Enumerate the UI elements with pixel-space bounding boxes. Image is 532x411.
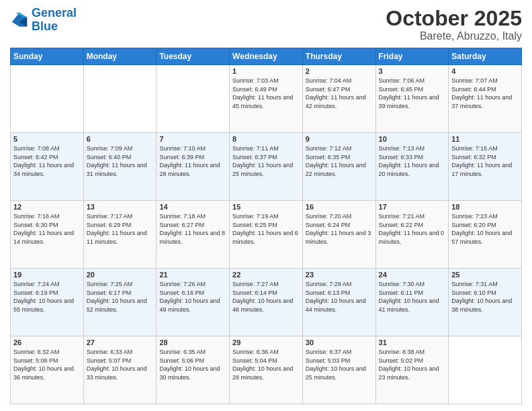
day-number: 26 [13, 338, 81, 347]
calendar-week-row: 12Sunrise: 7:16 AM Sunset: 6:30 PM Dayli… [11, 201, 522, 269]
day-number: 4 [451, 67, 519, 75]
day-info: Sunrise: 7:12 AM Sunset: 6:35 PM Dayligh… [306, 144, 373, 178]
day-info: Sunrise: 7:10 AM Sunset: 6:39 PM Dayligh… [159, 144, 226, 178]
table-row: 18Sunrise: 7:23 AM Sunset: 6:20 PM Dayli… [449, 201, 522, 269]
table-row: 9Sunrise: 7:12 AM Sunset: 6:35 PM Daylig… [302, 133, 375, 201]
day-info: Sunrise: 7:04 AM Sunset: 6:47 PM Dayligh… [306, 77, 373, 110]
day-info: Sunrise: 6:36 AM Sunset: 5:04 PM Dayligh… [232, 348, 300, 381]
col-tuesday: Tuesday [157, 48, 230, 65]
day-info: Sunrise: 7:20 AM Sunset: 6:24 PM Dayligh… [306, 212, 373, 246]
day-info: Sunrise: 7:17 AM Sunset: 6:29 PM Dayligh… [87, 212, 154, 246]
table-row: 23Sunrise: 7:29 AM Sunset: 6:13 PM Dayli… [302, 269, 375, 336]
logo-icon [10, 11, 29, 30]
day-info: Sunrise: 7:18 AM Sunset: 6:27 PM Dayligh… [159, 212, 226, 246]
day-number: 5 [13, 135, 81, 143]
day-number: 3 [379, 67, 446, 75]
day-number: 21 [159, 271, 226, 279]
table-row [83, 65, 157, 133]
table-row: 29Sunrise: 6:36 AM Sunset: 5:04 PM Dayli… [230, 336, 303, 404]
table-row: 5Sunrise: 7:08 AM Sunset: 6:42 PM Daylig… [11, 133, 84, 201]
day-info: Sunrise: 7:23 AM Sunset: 6:20 PM Dayligh… [451, 212, 519, 246]
table-row: 25Sunrise: 7:31 AM Sunset: 6:10 PM Dayli… [449, 269, 522, 336]
day-info: Sunrise: 7:21 AM Sunset: 6:22 PM Dayligh… [379, 212, 446, 246]
day-info: Sunrise: 7:26 AM Sunset: 6:16 PM Dayligh… [159, 280, 226, 314]
day-number: 9 [306, 135, 373, 143]
day-info: Sunrise: 7:16 AM Sunset: 6:30 PM Dayligh… [13, 212, 81, 246]
day-info: Sunrise: 7:31 AM Sunset: 6:10 PM Dayligh… [451, 280, 519, 314]
calendar-week-row: 5Sunrise: 7:08 AM Sunset: 6:42 PM Daylig… [11, 133, 522, 201]
calendar-week-row: 1Sunrise: 7:03 AM Sunset: 6:49 PM Daylig… [11, 65, 522, 133]
day-number: 28 [159, 338, 226, 347]
logo-line2: Blue [32, 19, 58, 33]
table-row: 11Sunrise: 7:15 AM Sunset: 6:32 PM Dayli… [449, 133, 522, 201]
table-row: 13Sunrise: 7:17 AM Sunset: 6:29 PM Dayli… [83, 201, 157, 269]
calendar-header-row: Sunday Monday Tuesday Wednesday Thursday… [11, 48, 522, 65]
table-row: 14Sunrise: 7:18 AM Sunset: 6:27 PM Dayli… [157, 201, 230, 269]
table-row: 21Sunrise: 7:26 AM Sunset: 6:16 PM Dayli… [157, 269, 230, 336]
day-info: Sunrise: 6:38 AM Sunset: 5:02 PM Dayligh… [379, 348, 446, 381]
day-number: 27 [87, 338, 154, 347]
day-info: Sunrise: 7:29 AM Sunset: 6:13 PM Dayligh… [306, 280, 373, 314]
day-number: 13 [87, 203, 154, 211]
header: General Blue October 2025 Barete, Abruzz… [10, 7, 522, 42]
day-number: 6 [87, 135, 154, 143]
col-friday: Friday [375, 48, 449, 65]
day-info: Sunrise: 7:30 AM Sunset: 6:11 PM Dayligh… [379, 280, 446, 314]
table-row: 31Sunrise: 6:38 AM Sunset: 5:02 PM Dayli… [375, 336, 449, 404]
day-number: 17 [379, 203, 446, 211]
logo-line1: General [32, 6, 77, 19]
table-row: 27Sunrise: 6:33 AM Sunset: 5:07 PM Dayli… [83, 336, 157, 404]
title-block: October 2025 Barete, Abruzzo, Italy [386, 7, 522, 42]
day-number: 18 [451, 203, 519, 211]
col-wednesday: Wednesday [230, 48, 303, 65]
table-row: 2Sunrise: 7:04 AM Sunset: 6:47 PM Daylig… [302, 65, 375, 133]
table-row: 4Sunrise: 7:07 AM Sunset: 6:44 PM Daylig… [449, 65, 522, 133]
day-info: Sunrise: 6:33 AM Sunset: 5:07 PM Dayligh… [87, 348, 154, 381]
day-info: Sunrise: 7:13 AM Sunset: 6:33 PM Dayligh… [379, 144, 446, 178]
day-number: 11 [451, 135, 519, 143]
day-number: 25 [451, 271, 519, 279]
day-number: 15 [232, 203, 300, 211]
day-info: Sunrise: 7:03 AM Sunset: 6:49 PM Dayligh… [232, 77, 300, 110]
table-row: 26Sunrise: 6:32 AM Sunset: 5:08 PM Dayli… [11, 336, 84, 404]
table-row: 20Sunrise: 7:25 AM Sunset: 6:17 PM Dayli… [83, 269, 157, 336]
day-info: Sunrise: 7:09 AM Sunset: 6:40 PM Dayligh… [87, 144, 154, 178]
day-info: Sunrise: 6:37 AM Sunset: 5:03 PM Dayligh… [306, 348, 373, 381]
day-info: Sunrise: 7:25 AM Sunset: 6:17 PM Dayligh… [87, 280, 154, 314]
table-row: 6Sunrise: 7:09 AM Sunset: 6:40 PM Daylig… [83, 133, 157, 201]
day-number: 10 [379, 135, 446, 143]
table-row: 12Sunrise: 7:16 AM Sunset: 6:30 PM Dayli… [11, 201, 84, 269]
calendar-table: Sunday Monday Tuesday Wednesday Thursday… [10, 48, 522, 404]
table-row: 22Sunrise: 7:27 AM Sunset: 6:14 PM Dayli… [230, 269, 303, 336]
day-number: 16 [306, 203, 373, 211]
day-number: 1 [232, 67, 300, 75]
day-number: 31 [379, 338, 446, 347]
table-row: 15Sunrise: 7:19 AM Sunset: 6:25 PM Dayli… [230, 201, 303, 269]
table-row: 8Sunrise: 7:11 AM Sunset: 6:37 PM Daylig… [230, 133, 303, 201]
table-row [449, 336, 522, 404]
day-info: Sunrise: 7:27 AM Sunset: 6:14 PM Dayligh… [232, 280, 300, 314]
day-info: Sunrise: 6:32 AM Sunset: 5:08 PM Dayligh… [13, 348, 81, 381]
day-number: 2 [306, 67, 373, 75]
day-info: Sunrise: 6:35 AM Sunset: 5:06 PM Dayligh… [159, 348, 226, 381]
col-thursday: Thursday [302, 48, 375, 65]
day-number: 22 [232, 271, 300, 279]
day-info: Sunrise: 7:07 AM Sunset: 6:44 PM Dayligh… [451, 77, 519, 110]
page: General Blue October 2025 Barete, Abruzz… [0, 0, 532, 411]
col-monday: Monday [83, 48, 157, 65]
table-row: 1Sunrise: 7:03 AM Sunset: 6:49 PM Daylig… [230, 65, 303, 133]
day-number: 14 [159, 203, 226, 211]
day-info: Sunrise: 7:24 AM Sunset: 6:19 PM Dayligh… [13, 280, 81, 314]
day-number: 7 [159, 135, 226, 143]
day-number: 19 [13, 271, 81, 279]
table-row: 17Sunrise: 7:21 AM Sunset: 6:22 PM Dayli… [375, 201, 449, 269]
day-info: Sunrise: 7:11 AM Sunset: 6:37 PM Dayligh… [232, 144, 300, 178]
calendar-week-row: 26Sunrise: 6:32 AM Sunset: 5:08 PM Dayli… [11, 336, 522, 404]
day-number: 24 [379, 271, 446, 279]
day-number: 8 [232, 135, 300, 143]
logo-text: General Blue [32, 7, 77, 34]
day-info: Sunrise: 7:19 AM Sunset: 6:25 PM Dayligh… [232, 212, 300, 246]
table-row: 3Sunrise: 7:06 AM Sunset: 6:45 PM Daylig… [375, 65, 449, 133]
day-number: 23 [306, 271, 373, 279]
day-info: Sunrise: 7:08 AM Sunset: 6:42 PM Dayligh… [13, 144, 81, 178]
